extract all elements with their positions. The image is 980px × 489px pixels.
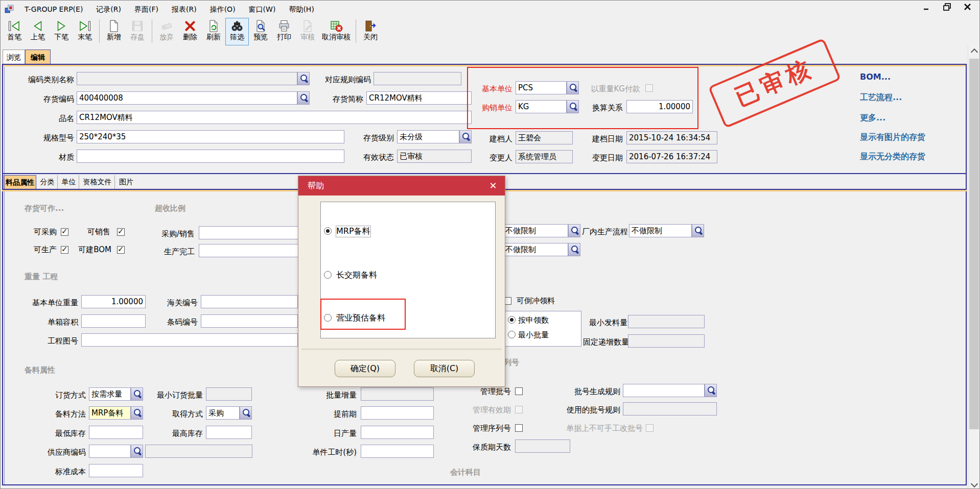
prev-record-button[interactable]: 上笔 [26,18,50,45]
code-category-input [77,72,297,85]
box-volume-input[interactable] [81,314,146,328]
preview-button[interactable]: 预览 [249,18,272,45]
issue-by-request-radio[interactable] [508,316,516,324]
first-record-button[interactable]: 首笔 [3,18,26,45]
supplier-code-input[interactable] [89,445,131,458]
refresh-button[interactable]: 刷新 [202,18,225,45]
link-show-with-images[interactable]: 显示有图片的存货 [860,132,925,143]
std-cost-input[interactable] [89,464,143,477]
order-way-input[interactable] [89,387,131,401]
last-record-button[interactable]: 末笔 [73,18,97,45]
manage-batch-checkbox[interactable] [515,387,523,395]
bom-allowed-checkbox[interactable] [117,246,125,254]
spec-input[interactable] [77,130,344,143]
menu-operate[interactable]: 操作(O) [203,1,242,18]
restore-icon[interactable] [943,3,952,12]
link-show-unclassified[interactable]: 显示无分类的存货 [860,152,925,162]
filter-button[interactable]: 筛选 [225,18,249,45]
dialog-option-mrp-label[interactable]: MRP备料 [336,226,370,237]
subtab-image[interactable]: 图片 [116,175,136,189]
new-button[interactable]: 新增 [102,18,126,45]
manage-serial-checkbox[interactable] [515,424,523,432]
std-cost-label: 标准成本 [53,467,86,477]
prep-method-input[interactable] [89,406,131,420]
min-stock-input[interactable] [89,426,143,439]
menu-window[interactable]: 窗口(W) [242,1,283,18]
restriction-lookup-icon-2[interactable] [568,243,580,256]
barcode-input[interactable] [201,314,298,328]
subtab-item-attributes[interactable]: 料品属性 [4,175,36,189]
batch-increment-input [361,387,434,401]
restriction-input-1[interactable] [503,224,568,237]
link-more[interactable]: 更多... [860,113,885,124]
daily-output-label: 日产量 [329,429,357,438]
menu-interface[interactable]: 界面(F) [128,1,165,18]
link-bom[interactable]: BOM... [860,72,891,82]
subtab-category[interactable]: 分类 [37,175,58,189]
sellable-checkbox[interactable] [117,228,125,236]
minimize-icon[interactable] [922,3,931,12]
cancel-audit-button[interactable]: 取消审核 [319,18,353,45]
dialog-ok-button[interactable]: 确定(Q) [335,360,395,377]
nav-first-icon [8,19,21,33]
base-weight-input[interactable] [81,295,146,308]
factory-flow-input[interactable] [629,224,692,237]
link-process-flow[interactable]: 工艺流程... [860,92,902,103]
code-category-lookup-icon[interactable] [297,72,310,85]
delete-button[interactable]: 删除 [178,18,202,45]
min-batch-radio[interactable] [508,331,516,338]
level-input[interactable] [397,130,459,143]
scroll-down-icon[interactable] [968,479,980,489]
order-way-lookup-icon[interactable] [131,387,143,401]
restriction-input-2[interactable] [503,243,568,256]
dialog-cancel-button[interactable]: 取消(C) [414,360,475,377]
unit-hours-input[interactable] [361,445,434,458]
purchasable-checkbox[interactable] [61,228,68,236]
item-name-input[interactable] [77,111,472,124]
batch-rule-lookup-icon[interactable] [705,384,717,397]
lead-time-label: 提前期 [329,409,357,419]
level-lookup-icon[interactable] [459,130,472,143]
audited-stamp: 已审核 [708,38,842,128]
over-production-input[interactable] [199,244,298,257]
item-code-input[interactable] [77,91,297,105]
item-short-input[interactable] [366,91,472,105]
subtab-unit[interactable]: 单位 [59,175,79,189]
restriction-lookup-icon-1[interactable] [568,224,580,237]
lead-time-input[interactable] [361,406,434,420]
daily-output-input[interactable] [361,426,434,439]
print-button[interactable]: 打印 [272,18,296,45]
toolbar-label: 末笔 [78,33,92,41]
scrollbar-thumb[interactable] [969,59,979,429]
dialog-radio-mrp[interactable] [324,227,332,235]
scroll-up-icon[interactable] [968,45,980,56]
acquire-way-lookup-icon[interactable] [240,406,252,420]
subtab-qualification[interactable]: 资格文件 [80,175,115,189]
item-code-lookup-icon[interactable] [297,91,310,105]
factory-flow-lookup-icon[interactable] [692,224,704,237]
over-purchase-sale-input[interactable] [199,226,298,239]
tab-edit[interactable]: 编辑 [25,50,51,64]
producible-checkbox[interactable] [61,246,68,254]
menu-report[interactable]: 报表(R) [165,1,203,18]
material-input[interactable] [77,150,344,163]
acquire-way-input[interactable] [206,406,240,420]
menu-record[interactable]: 记录(R) [89,1,128,18]
dialog-radio-long-lead[interactable] [324,271,332,279]
supplier-lookup-icon[interactable] [131,445,143,458]
panel-right-border [966,64,967,485]
tab-browse[interactable]: 浏览 [3,50,25,64]
min-stock-label: 最低库存 [53,429,86,438]
next-record-button[interactable]: 下笔 [50,18,73,45]
drawing-no-input[interactable] [81,333,298,347]
menu-help[interactable]: 帮助(H) [282,1,320,18]
prep-method-lookup-icon[interactable] [131,406,143,420]
close-window-icon[interactable] [963,3,972,12]
dialog-close-icon[interactable]: ✕ [487,180,499,191]
menu-app[interactable]: T-GROUP ERP(E) [18,1,89,18]
max-stock-input[interactable] [206,426,252,439]
close-button[interactable]: 关闭 [359,18,382,45]
dialog-option-long-lead-label[interactable]: 长交期备料 [336,270,377,281]
batch-rule-input[interactable] [623,384,705,397]
customs-code-input[interactable] [201,295,298,308]
